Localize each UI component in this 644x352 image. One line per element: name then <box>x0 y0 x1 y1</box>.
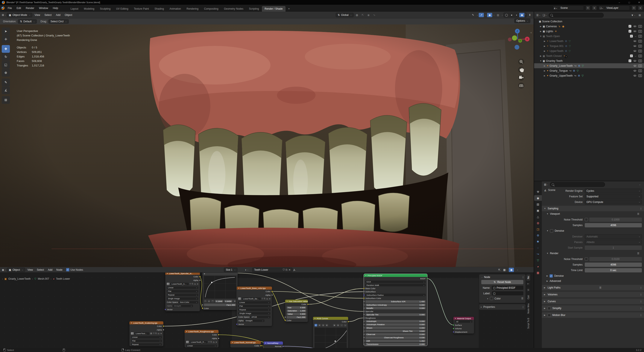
menu-window[interactable]: Window <box>36 6 50 10</box>
visibility-checkbox[interactable]: ✓ <box>628 59 631 62</box>
properties-options-icon[interactable]: ⌄ <box>639 184 640 186</box>
image-name[interactable]: LowerTeeth_Spec... <box>170 283 189 285</box>
outliner-item-label[interactable]: UpperTeeth <box>550 49 564 52</box>
properties-tab-scene[interactable]: △ <box>534 214 542 219</box>
curve-value-field[interactable]: 0.8458 <box>224 300 232 303</box>
shader-mode-dropdown[interactable]: ▣ Object ⌄ <box>7 268 25 272</box>
dropdown-value[interactable]: Flat⌄ <box>131 340 162 342</box>
pin-icon[interactable]: ⍼ <box>292 268 297 272</box>
curve-value-field[interactable]: 0.1848 <box>215 300 223 303</box>
outliner-row-teeth-closed[interactable]: ▶▣Teeth Closed▼3✓⌣ <box>534 53 644 58</box>
disable-render-icon[interactable] <box>638 55 642 57</box>
node-kv[interactable]: AlphaStraight⌄ <box>165 304 200 308</box>
disable-render-icon[interactable] <box>638 69 642 72</box>
menu-file[interactable]: File <box>5 6 14 10</box>
scale-tool[interactable]: ◱ <box>2 61 10 69</box>
properties-tab-particles[interactable]: ✱ <box>534 239 542 244</box>
node-dropdown[interactable]: Linear⌄ <box>237 301 272 304</box>
list-icon[interactable]: ☰ <box>599 286 602 289</box>
outliner-item-label[interactable]: Teeth Open <box>546 35 560 38</box>
shader-menu-node[interactable]: Node <box>54 268 64 272</box>
fake-user-icon[interactable]: ⛉ <box>262 298 263 300</box>
subpanel-denoise[interactable]: ▶✓Denoise <box>542 273 644 278</box>
node-dropdown[interactable]: Linear⌄ <box>165 286 200 289</box>
scene-icon[interactable]: ◭⌄ <box>553 7 559 9</box>
close-icon[interactable]: ✕ <box>233 300 236 303</box>
prop-value[interactable]: 0.1000 <box>589 218 642 222</box>
value-slider[interactable]: Specular Tint0.000 <box>365 313 426 316</box>
new-scene-button[interactable]: ⎘ <box>586 5 590 10</box>
outliner-filter-mode-icon[interactable]: ❏⌄ <box>542 13 548 17</box>
menu-render[interactable]: Render <box>24 6 36 10</box>
node-base[interactable]: ▼LowerTeeth_Base_color.tgaColorAlphaLowe… <box>237 287 272 326</box>
outliner-item-label[interactable]: Teeth Closed <box>546 54 562 57</box>
node-value-row[interactable]: Sheen0.000 <box>364 326 427 329</box>
node-header[interactable]: ▼Principled BSDF <box>364 274 427 277</box>
node-header[interactable]: ▼LowerTeeth_Roughness.tga <box>184 330 218 333</box>
value-slider[interactable]: Anisotropic0.000 <box>365 320 426 323</box>
expand-icon[interactable]: ▶ <box>539 25 542 27</box>
subpanel-checkbox[interactable]: ✓ <box>550 274 553 278</box>
expand-icon[interactable]: ▶ <box>543 75 546 77</box>
properties-tab-render[interactable]: ◉ <box>534 195 542 201</box>
node-hsv[interactable]: ▼Hue Saturation ValueColorHue0.500Satura… <box>285 300 308 322</box>
add-workspace-button[interactable]: + <box>286 6 292 11</box>
unlink-icon[interactable]: ✕ <box>269 298 270 300</box>
sidebar-tab-vi[interactable]: Vi <box>526 287 530 293</box>
minimize-button[interactable]: – <box>614 0 624 5</box>
workspace-tab-uv-editing[interactable]: UV Editing <box>113 6 131 11</box>
node-dropdown[interactable]: Single Image⌄ <box>237 312 272 315</box>
node-dropdown[interactable]: Subsurface Radius⌄ <box>364 293 427 297</box>
users-count-badge[interactable]: 2 <box>150 333 152 335</box>
hide-eye-icon[interactable] <box>633 64 636 67</box>
image-field[interactable]: LowerTeeth_S...2⛉⎘🗀✕ <box>130 332 163 335</box>
snap-magnet-icon[interactable]: ⇱ <box>360 13 365 17</box>
sidebar-tab-t[interactable]: T <box>526 282 530 286</box>
workspace-tab-modeling[interactable]: Modeling <box>81 6 97 11</box>
image-name[interactable]: LowerTeeth_Base_... <box>242 298 261 300</box>
browse-material-icon[interactable]: ◐⌄ <box>244 268 250 272</box>
node-dropdown[interactable]: Random Walk⌄ <box>364 284 427 287</box>
tweak-select-tool[interactable]: ➤ <box>2 27 10 35</box>
editor-type-dropdown[interactable]: ⊞⌄ <box>1 13 6 17</box>
xray-icon-arrow[interactable]: ⌄ <box>502 14 503 16</box>
disable-render-icon[interactable] <box>638 74 642 77</box>
image-field[interactable]: LowerTeeth_Base_...⛉⎘🗀✕ <box>237 297 272 301</box>
outliner-row-scene-collection[interactable]: ▣Scene Collection <box>534 19 644 24</box>
shading-rendered-icon[interactable]: ◉ <box>519 13 524 17</box>
panel-checkbox[interactable] <box>548 307 551 310</box>
node-kv[interactable]: Color SpaceNon-Color⌄ <box>165 300 200 304</box>
app-menu-icon[interactable] <box>1 6 4 10</box>
viewport-menu-add[interactable]: Add <box>54 13 62 17</box>
workspace-tab-shading[interactable]: Shading <box>152 6 167 11</box>
hide-eye-closed-icon[interactable]: ⌣ <box>635 55 636 57</box>
node-value-row[interactable]: Sheen Tint0.500 <box>364 330 427 333</box>
node-header[interactable]: ▼Material Output <box>454 317 474 320</box>
node-dropdown[interactable]: Flat⌄ <box>237 304 272 308</box>
cursor-tool[interactable]: ✛ <box>2 35 10 43</box>
node-header[interactable]: ▼LowerTeeth_Base_color.tga <box>237 287 272 290</box>
node-dropdown[interactable]: Repeat⌄ <box>130 343 163 346</box>
outliner-row-lights[interactable]: ▶▣Lights☀✓ <box>534 29 644 34</box>
outliner-row-gnarley-teeth[interactable]: ▼▣Gnarley Teeth✓ <box>534 58 644 63</box>
prop-dropdown[interactable]: Automatic⌄ <box>585 234 642 239</box>
curve-preset-icon[interactable]: ⌒ <box>211 300 214 303</box>
value-slider[interactable]: Subsurface Anisotropy0.000 <box>365 304 426 306</box>
scene-name[interactable]: Scene <box>559 6 584 9</box>
node-value-row[interactable]: Anisotropic0.000 <box>364 320 427 323</box>
outliner-row-gnarly-lowerteeth[interactable]: ▶▼Gnarly_LowerTeeth↪⚙▽ <box>534 63 644 68</box>
node-value-row[interactable]: Metallic0.000 <box>364 307 427 310</box>
mode-dropdown[interactable]: ▣ Object Mode ⌄ <box>7 13 32 17</box>
disable-render-icon[interactable] <box>638 60 642 62</box>
hide-eye-icon[interactable] <box>633 45 636 47</box>
copy-material-icon[interactable]: ⎘ <box>286 268 288 271</box>
scene-selector[interactable]: ◭⌄ Scene <box>553 5 584 10</box>
delete-viewlayer-button[interactable]: ✕ <box>638 5 643 10</box>
viewport-menu-select[interactable]: Select <box>42 13 54 17</box>
dropdown-value[interactable]: Linear⌄ <box>167 286 198 289</box>
node-nmap[interactable]: ▼Normal/MapNormal <box>264 342 283 348</box>
node-properties-section[interactable]: Properties <box>484 306 495 309</box>
annotation-dropdown-arrow[interactable]: ⌄ <box>476 14 478 16</box>
node-dropdown[interactable]: All⌄ <box>454 320 474 323</box>
hide-eye-icon[interactable] <box>633 74 636 77</box>
